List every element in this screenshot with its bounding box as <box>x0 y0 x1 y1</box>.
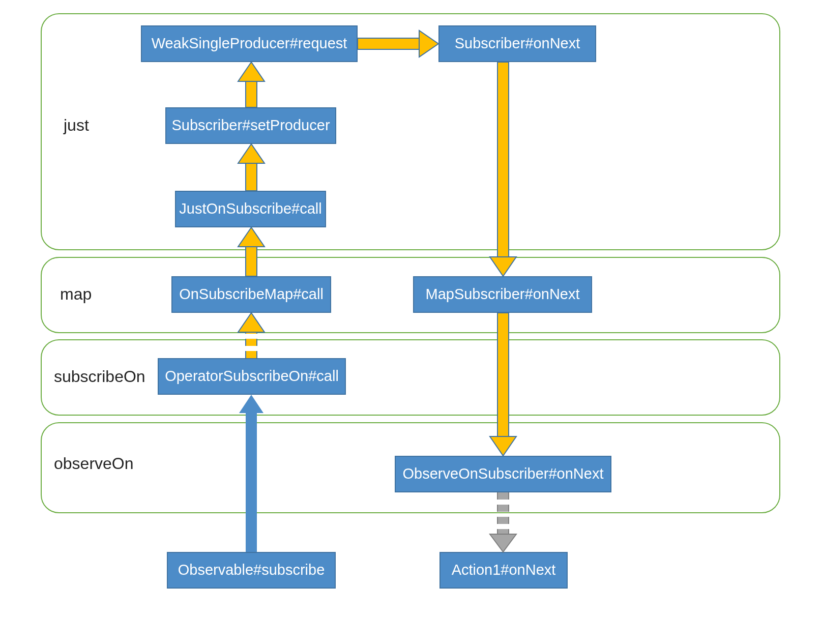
node-justOnSubscribeCall: JustOnSubscribe#call <box>175 191 326 227</box>
node-weakSingleProducerRequest: WeakSingleProducer#request <box>141 25 358 62</box>
svg-marker-22 <box>490 534 516 552</box>
region-observeOn-label: observeOn <box>54 454 134 473</box>
node-label: Subscriber#onNext <box>455 35 580 52</box>
region-subscribeOn-label: subscribeOn <box>54 367 145 386</box>
node-subscriberSetProducer: Subscriber#setProducer <box>165 107 336 144</box>
region-map <box>41 257 780 333</box>
node-label: ObserveOnSubscriber#onNext <box>403 465 604 482</box>
node-operatorSubscribeOnCall: OperatorSubscribeOn#call <box>158 358 346 395</box>
node-label: Observable#subscribe <box>178 562 325 578</box>
node-observeOnSubscriberOnNext: ObserveOnSubscriber#onNext <box>395 456 611 492</box>
region-just-label: just <box>64 116 89 135</box>
node-subscriberOnNext: Subscriber#onNext <box>438 25 596 62</box>
node-label: OperatorSubscribeOn#call <box>165 368 339 385</box>
node-mapSubscriberOnNext: MapSubscriber#onNext <box>413 276 592 313</box>
node-action1OnNext: Action1#onNext <box>439 552 568 589</box>
node-label: Subscriber#setProducer <box>171 117 330 134</box>
region-map-label: map <box>60 285 92 304</box>
node-label: MapSubscriber#onNext <box>425 286 579 303</box>
node-label: WeakSingleProducer#request <box>152 35 347 52</box>
node-label: Action1#onNext <box>452 562 556 578</box>
region-subscribeOn <box>41 339 780 416</box>
node-onSubscribeMapCall: OnSubscribeMap#call <box>171 276 331 313</box>
node-label: OnSubscribeMap#call <box>179 286 324 303</box>
node-observableSubscribe: Observable#subscribe <box>167 552 336 589</box>
node-label: JustOnSubscribe#call <box>179 200 321 217</box>
